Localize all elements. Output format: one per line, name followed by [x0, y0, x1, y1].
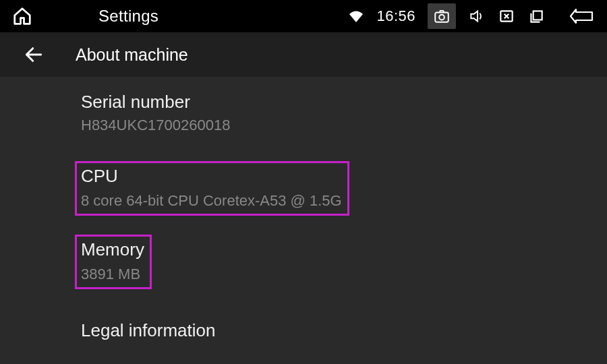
volume-icon[interactable] — [468, 7, 486, 25]
app-title: Settings — [98, 7, 158, 26]
cpu-item[interactable]: CPU 8 core 64-bit CPU Coretex-A53 @ 1.5G — [81, 166, 342, 210]
status-time: 16:56 — [376, 7, 415, 25]
legal-information-item[interactable]: Legal information — [81, 289, 607, 359]
cpu-highlight: CPU 8 core 64-bit CPU Coretex-A53 @ 1.5G — [75, 161, 349, 216]
serial-title: Serial number — [81, 92, 607, 113]
legal-title: Legal information — [81, 320, 607, 341]
status-bar: Settings 16:56 — [0, 0, 607, 32]
cpu-title: CPU — [81, 166, 342, 187]
memory-title: Memory — [81, 239, 144, 260]
svg-rect-3 — [533, 11, 542, 20]
content-list: Serial number H834UKC1700260018 CPU 8 co… — [0, 77, 607, 359]
wifi-icon — [348, 8, 364, 24]
status-left: Settings — [12, 6, 158, 26]
back-icon[interactable] — [569, 7, 595, 25]
subheader: About machine — [0, 32, 607, 77]
subheader-title: About machine — [76, 45, 188, 65]
recent-apps-icon[interactable] — [527, 7, 545, 25]
svg-rect-0 — [435, 13, 449, 22]
cpu-value: 8 core 64-bit CPU Coretex-A53 @ 1.5G — [81, 192, 342, 210]
close-window-icon[interactable] — [498, 7, 515, 25]
serial-number-item[interactable]: Serial number H834UKC1700260018 — [81, 77, 607, 148]
serial-value: H834UKC1700260018 — [81, 117, 607, 134]
memory-highlight: Memory 3891 MB — [75, 235, 152, 289]
status-right: 16:56 — [348, 7, 595, 25]
memory-value: 3891 MB — [81, 266, 144, 283]
camera-icon[interactable] — [428, 3, 456, 29]
home-icon[interactable] — [12, 6, 32, 26]
memory-item[interactable]: Memory 3891 MB — [81, 239, 144, 283]
back-arrow-icon[interactable] — [23, 44, 45, 65]
svg-point-1 — [439, 15, 444, 20]
